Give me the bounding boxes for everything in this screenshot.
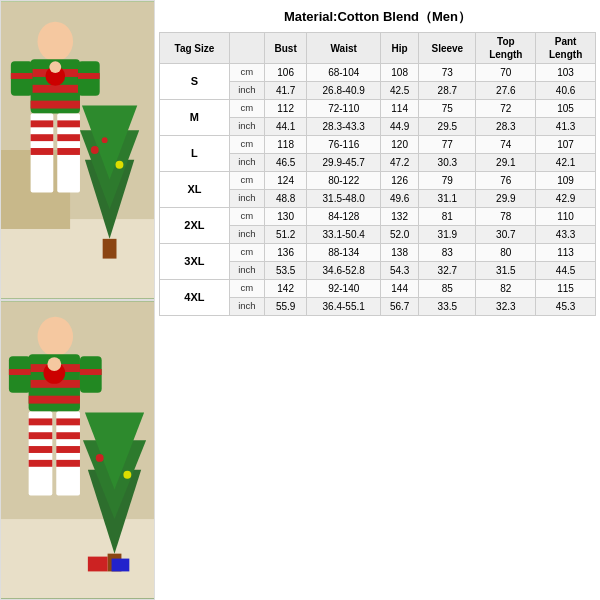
svg-rect-14: [31, 101, 80, 109]
cell-pant: 115: [536, 280, 596, 298]
product-photo-top: [0, 0, 155, 300]
table-row: 2XLcm13084-1281328178110: [160, 208, 596, 226]
cell-pant: 103: [536, 64, 596, 82]
svg-point-7: [91, 146, 99, 154]
cell-bust: 41.7: [264, 82, 306, 100]
unit-label: cm: [229, 64, 264, 82]
table-header-row: Tag Size Bust Waist Hip Sleeve TopLength…: [160, 33, 596, 64]
svg-rect-55: [29, 460, 53, 467]
svg-point-40: [38, 317, 74, 356]
cell-hip: 44.9: [381, 118, 419, 136]
svg-rect-39: [112, 559, 130, 572]
cell-top: 76: [476, 172, 536, 190]
cell-bust: 118: [264, 136, 306, 154]
svg-point-8: [116, 161, 124, 169]
cell-hip: 114: [381, 100, 419, 118]
cell-pant: 107: [536, 136, 596, 154]
cell-waist: 29.9-45.7: [307, 154, 381, 172]
col-sleeve: Sleeve: [419, 33, 476, 64]
size-label: L: [160, 136, 230, 172]
cell-waist: 33.1-50.4: [307, 226, 381, 244]
cell-waist: 28.3-43.3: [307, 118, 381, 136]
unit-label: cm: [229, 280, 264, 298]
size-label: XL: [160, 172, 230, 208]
cell-pant: 42.1: [536, 154, 596, 172]
unit-label: cm: [229, 208, 264, 226]
table-row: 3XLcm13688-1341388380113: [160, 244, 596, 262]
cell-waist: 34.6-52.8: [307, 262, 381, 280]
cell-waist: 76-116: [307, 136, 381, 154]
unit-label: inch: [229, 154, 264, 172]
cell-bust: 130: [264, 208, 306, 226]
col-top-length: TopLength: [476, 33, 536, 64]
cell-hip: 138: [381, 244, 419, 262]
svg-point-37: [123, 471, 131, 479]
cell-top: 32.3: [476, 298, 536, 316]
cell-pant: 42.9: [536, 190, 596, 208]
svg-rect-47: [9, 369, 31, 375]
cell-hip: 56.7: [381, 298, 419, 316]
cell-sleeve: 85: [419, 280, 476, 298]
cell-sleeve: 32.7: [419, 262, 476, 280]
size-label: 2XL: [160, 208, 230, 244]
cell-top: 31.5: [476, 262, 536, 280]
cell-bust: 53.5: [264, 262, 306, 280]
col-tag-size: Tag Size: [160, 33, 230, 64]
cell-sleeve: 83: [419, 244, 476, 262]
svg-rect-22: [31, 120, 54, 127]
unit-label: inch: [229, 118, 264, 136]
cell-waist: 88-134: [307, 244, 381, 262]
cell-top: 28.3: [476, 118, 536, 136]
cell-waist: 36.4-55.1: [307, 298, 381, 316]
cell-waist: 31.5-48.0: [307, 190, 381, 208]
cell-top: 30.7: [476, 226, 536, 244]
cell-hip: 49.6: [381, 190, 419, 208]
cell-top: 82: [476, 280, 536, 298]
size-table: Tag Size Bust Waist Hip Sleeve TopLength…: [159, 32, 596, 316]
size-chart-section: Material:Cotton Blend（Men） Tag Size Bust…: [155, 0, 600, 600]
cell-pant: 40.6: [536, 82, 596, 100]
svg-rect-44: [29, 396, 80, 404]
svg-point-50: [47, 357, 61, 371]
size-label: 4XL: [160, 280, 230, 316]
table-row: 4XLcm14292-1401448582115: [160, 280, 596, 298]
svg-rect-58: [56, 432, 80, 439]
cell-pant: 105: [536, 100, 596, 118]
cell-waist: 68-104: [307, 64, 381, 82]
cell-waist: 72-110: [307, 100, 381, 118]
cell-pant: 43.3: [536, 226, 596, 244]
col-waist: Waist: [307, 33, 381, 64]
cell-bust: 48.8: [264, 190, 306, 208]
cell-sleeve: 79: [419, 172, 476, 190]
cell-bust: 44.1: [264, 118, 306, 136]
cell-pant: 41.3: [536, 118, 596, 136]
table-row: Lcm11876-1161207774107: [160, 136, 596, 154]
main-container: Material:Cotton Blend（Men） Tag Size Bust…: [0, 0, 600, 600]
cell-top: 72: [476, 100, 536, 118]
cell-bust: 55.9: [264, 298, 306, 316]
col-unit: [229, 33, 264, 64]
svg-rect-54: [29, 446, 53, 453]
cell-waist: 84-128: [307, 208, 381, 226]
svg-rect-18: [78, 73, 100, 79]
cell-bust: 51.2: [264, 226, 306, 244]
svg-rect-48: [80, 369, 102, 375]
unit-label: inch: [229, 190, 264, 208]
table-row: Mcm11272-1101147572105: [160, 100, 596, 118]
cell-sleeve: 73: [419, 64, 476, 82]
table-body: Scm10668-1041087370103inch41.726.8-40.94…: [160, 64, 596, 316]
unit-label: inch: [229, 82, 264, 100]
unit-label: cm: [229, 136, 264, 154]
cell-bust: 136: [264, 244, 306, 262]
cell-bust: 142: [264, 280, 306, 298]
size-label: S: [160, 64, 230, 100]
cell-pant: 44.5: [536, 262, 596, 280]
svg-point-20: [49, 61, 61, 73]
cell-waist: 26.8-40.9: [307, 82, 381, 100]
cell-bust: 112: [264, 100, 306, 118]
svg-rect-53: [29, 432, 53, 439]
product-photo-bottom: [0, 300, 155, 600]
svg-rect-57: [56, 418, 80, 425]
cell-sleeve: 81: [419, 208, 476, 226]
svg-rect-17: [11, 73, 33, 79]
